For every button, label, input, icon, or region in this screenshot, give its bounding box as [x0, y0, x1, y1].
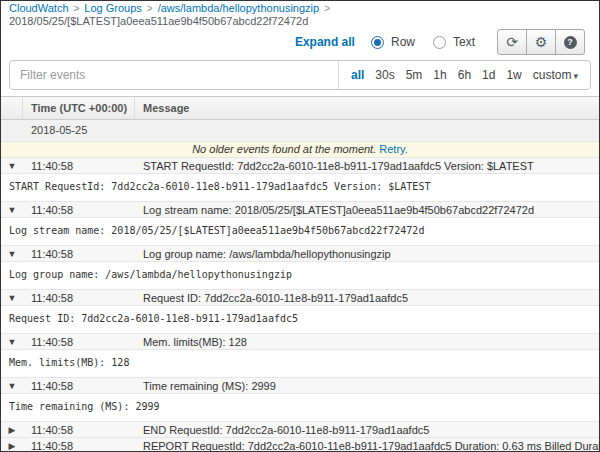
chevron-right-icon: > — [74, 3, 80, 14]
filter-bar: all 30s 5m 1h 6h 1d 1w custom▾ — [9, 60, 591, 90]
log-event-row[interactable]: ▼ 11:40:58 Mem. limits(MB): 128 — [1, 333, 599, 349]
event-message: Time remaining (MS): 2999 — [135, 380, 599, 392]
range-5m-link[interactable]: 5m — [406, 68, 423, 82]
chevron-down-icon: ▾ — [573, 71, 578, 81]
event-time: 11:40:58 — [23, 204, 135, 216]
collapse-toggle-icon[interactable]: ▼ — [1, 381, 23, 391]
log-event-row[interactable]: ▶ 11:40:58 REPORT RequestId: 7dd2cc2a-60… — [1, 437, 599, 452]
event-message: REPORT RequestId: 7dd2cc2a-6010-11e8-b91… — [135, 440, 599, 452]
event-time: 11:40:58 — [23, 440, 135, 452]
log-event-row[interactable]: ▼ 11:40:58 Request ID: 7dd2cc2a-6010-11e… — [1, 289, 599, 305]
collapse-toggle-icon[interactable]: ▼ — [1, 205, 23, 215]
range-30s-link[interactable]: 30s — [375, 68, 394, 82]
log-event-row[interactable]: ▼ 11:40:58 Log group name: /aws/lambda/h… — [1, 245, 599, 261]
event-message: Mem. limits(MB): 128 — [135, 336, 599, 348]
collapse-toggle-icon[interactable]: ▼ — [1, 249, 23, 259]
breadcrumb: CloudWatch>Log Groups>/aws/lambda/hellop… — [1, 1, 599, 28]
log-event-detail: Log stream name: 2018/05/25/[$LATEST]a0e… — [1, 217, 599, 245]
notice-text: No older events found at the moment. — [192, 143, 376, 155]
expand-column-header — [1, 97, 23, 119]
no-older-events-notice: No older events found at the moment. Ret… — [1, 141, 599, 157]
log-event-detail: Request ID: 7dd2cc2a-6010-11e8-b911-179a… — [1, 305, 599, 333]
collapse-toggle-icon[interactable]: ▼ — [1, 293, 23, 303]
refresh-icon: ⟳ — [506, 34, 518, 50]
collapse-toggle-icon[interactable]: ▼ — [1, 337, 23, 347]
event-time: 11:40:58 — [23, 292, 135, 304]
gear-icon: ⚙ — [535, 34, 548, 50]
date-separator-row: 2018-05-25 — [1, 120, 599, 141]
log-event-detail: Mem. limits(MB): 128 — [1, 349, 599, 377]
log-events-list: 2018-05-25 No older events found at the … — [1, 120, 599, 452]
log-event-row[interactable]: ▼ 11:40:58 Time remaining (MS): 2999 — [1, 377, 599, 393]
time-column-header: Time (UTC +00:00) — [23, 97, 135, 119]
event-time: 11:40:58 — [23, 380, 135, 392]
event-time: 11:40:58 — [23, 336, 135, 348]
range-custom-dropdown[interactable]: custom▾ — [533, 68, 578, 82]
range-6h-link[interactable]: 6h — [458, 68, 471, 82]
view-controls: Expand all Row Text ⟳ ⚙ ? — [1, 28, 599, 56]
settings-button[interactable]: ⚙ — [526, 29, 556, 55]
range-1w-link[interactable]: 1w — [506, 68, 521, 82]
event-message: Log group name: /aws/lambda/hellopythonu… — [135, 248, 599, 260]
row-view-label[interactable]: Row — [391, 35, 415, 49]
cloudwatch-log-events-page: CloudWatch>Log Groups>/aws/lambda/hellop… — [0, 0, 600, 452]
time-range-selector: all 30s 5m 1h 6h 1d 1w custom▾ — [338, 61, 590, 89]
event-time: 11:40:58 — [23, 248, 135, 260]
row-view-radio[interactable] — [371, 36, 384, 49]
text-view-radio[interactable] — [433, 36, 446, 49]
refresh-button[interactable]: ⟳ — [497, 29, 527, 55]
event-message: END RequestId: 7dd2cc2a-6010-11e8-b911-1… — [135, 424, 599, 436]
log-event-row[interactable]: ▼ 11:40:58 START RequestId: 7dd2cc2a-601… — [1, 157, 599, 173]
log-stream-name-title: 2018/05/25/[$LATEST]a0eea511ae9b4f50b67a… — [9, 15, 591, 28]
help-icon: ? — [564, 36, 577, 49]
event-message: Log stream name: 2018/05/25/[$LATEST]a0e… — [135, 204, 599, 216]
expand-toggle-icon[interactable]: ▶ — [1, 441, 23, 451]
breadcrumb-cloudwatch-link[interactable]: CloudWatch — [9, 2, 69, 14]
range-1d-link[interactable]: 1d — [482, 68, 495, 82]
event-message: Request ID: 7dd2cc2a-6010-11e8-b911-179a… — [135, 292, 599, 304]
event-time: 11:40:58 — [23, 160, 135, 172]
chevron-right-icon: > — [324, 3, 330, 14]
retry-link[interactable]: Retry. — [379, 143, 408, 155]
log-event-detail: Time remaining (MS): 2999 — [1, 393, 599, 421]
expand-all-button[interactable]: Expand all — [295, 35, 355, 49]
range-1h-link[interactable]: 1h — [433, 68, 446, 82]
log-event-detail: Log group name: /aws/lambda/hellopythonu… — [1, 261, 599, 289]
table-header: Time (UTC +00:00) Message — [1, 96, 599, 120]
event-message: START RequestId: 7dd2cc2a-6010-11e8-b911… — [135, 160, 599, 172]
log-event-row[interactable]: ▼ 11:40:58 Log stream name: 2018/05/25/[… — [1, 201, 599, 217]
filter-events-input[interactable] — [10, 61, 338, 89]
log-event-row[interactable]: ▶ 11:40:58 END RequestId: 7dd2cc2a-6010-… — [1, 421, 599, 437]
chevron-right-icon: > — [147, 3, 153, 14]
text-view-label[interactable]: Text — [453, 35, 475, 49]
breadcrumb-log-group-link[interactable]: /aws/lambda/hellopythonusingzip — [158, 2, 319, 14]
event-time: 11:40:58 — [23, 424, 135, 436]
message-column-header: Message — [135, 97, 599, 119]
help-button[interactable]: ? — [555, 29, 585, 55]
range-all-link[interactable]: all — [351, 68, 364, 82]
toolbar-button-group: ⟳ ⚙ ? — [497, 29, 585, 55]
breadcrumb-log-groups-link[interactable]: Log Groups — [84, 2, 141, 14]
expand-toggle-icon[interactable]: ▶ — [1, 425, 23, 435]
log-event-detail: START RequestId: 7dd2cc2a-6010-11e8-b911… — [1, 173, 599, 201]
collapse-toggle-icon[interactable]: ▼ — [1, 161, 23, 171]
